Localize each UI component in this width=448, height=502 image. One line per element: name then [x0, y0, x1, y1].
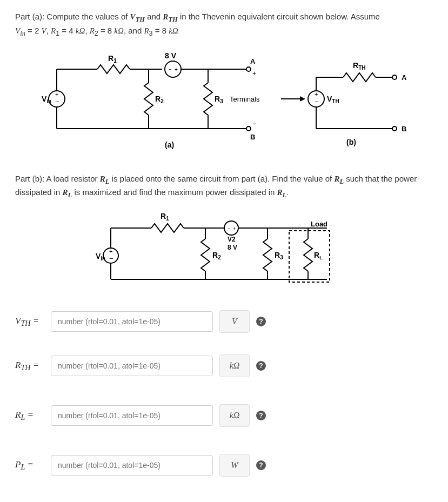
- svg-text:A: A: [402, 73, 407, 82]
- svg-text:+: +: [252, 70, 256, 77]
- v8-label: 8 V: [165, 51, 177, 60]
- fig-b-label: (b): [346, 138, 356, 146]
- load-label: Load: [311, 220, 327, 228]
- text: Part (a): Compute the values of: [15, 12, 130, 21]
- rth-answer-label: RTH =: [15, 358, 44, 374]
- rl-answer-label: RL =: [15, 408, 44, 424]
- terminals-label: Terminals: [230, 95, 260, 103]
- svg-text:−: −: [315, 98, 319, 106]
- svg-text:+: +: [175, 66, 178, 72]
- svg-text:−: −: [109, 255, 113, 263]
- rl-b-label: RL: [314, 251, 323, 260]
- r1-b-label: R1: [161, 212, 169, 222]
- v2-label: V2: [228, 236, 236, 243]
- r1-label: R1: [108, 54, 117, 64]
- part-b-text: Part (b): A load resistor RL is placed o…: [15, 173, 433, 201]
- help-icon[interactable]: ?: [256, 460, 266, 470]
- given-values: Vin = 2 V, R1 = 4 kΩ, R2 = 8 kΩ, and R3 …: [15, 26, 178, 35]
- vth-label: VTH: [327, 95, 339, 104]
- text: and: [147, 12, 163, 21]
- svg-text:−: −: [169, 66, 172, 72]
- vin-label: Vin: [42, 95, 51, 104]
- r2-b-label: R2: [212, 251, 221, 260]
- rth-answer-row: RTH = kΩ ?: [15, 354, 433, 377]
- diagram-b-container: + − Vin R1 R2 V2 8 V − + R3 RL Load: [15, 209, 433, 293]
- vth-symbol: VTH: [130, 12, 145, 21]
- terminal-b: B: [250, 133, 255, 141]
- svg-text:−: −: [252, 120, 256, 128]
- rth-symbol: RTH: [163, 12, 177, 21]
- r2-label: R2: [155, 95, 164, 104]
- part-a-text: Part (a): Compute the values of VTH and …: [15, 11, 433, 39]
- rth-label: RTH: [353, 61, 365, 71]
- vth-input[interactable]: [51, 311, 213, 332]
- svg-text:−: −: [55, 98, 59, 106]
- svg-text:+: +: [315, 91, 318, 97]
- svg-text:B: B: [402, 125, 406, 133]
- rth-unit: kΩ: [219, 354, 250, 377]
- rl-unit: kΩ: [219, 404, 250, 427]
- svg-point-15: [246, 126, 251, 131]
- svg-point-26: [392, 126, 397, 131]
- r3-b-label: R3: [275, 251, 283, 260]
- help-icon[interactable]: ?: [256, 317, 266, 326]
- terminal-a: A: [250, 57, 256, 65]
- rl-answer-row: RL = kΩ ?: [15, 404, 433, 427]
- r3-label: R3: [215, 95, 223, 104]
- svg-marker-17: [300, 96, 305, 102]
- diagram-a-svg: + − Vin R1 R2 8 V − + R3 Terminals A + B…: [35, 48, 413, 156]
- pl-answer-label: PL =: [15, 458, 44, 473]
- help-icon[interactable]: ?: [256, 361, 266, 371]
- svg-text:+: +: [233, 226, 236, 231]
- svg-point-24: [392, 75, 397, 79]
- diagram-a-container: + − Vin R1 R2 8 V − + R3 Terminals A + B…: [15, 48, 433, 156]
- v8-b-label: 8 V: [228, 244, 237, 251]
- pl-unit: W: [219, 454, 250, 477]
- text: in the Thevenin equivalent circuit shown…: [180, 12, 380, 21]
- svg-text:+: +: [55, 91, 58, 97]
- vth-answer-label: VTH =: [15, 314, 44, 330]
- svg-text:−: −: [228, 226, 230, 231]
- svg-text:+: +: [109, 248, 112, 255]
- vth-unit: V: [219, 310, 250, 333]
- svg-rect-49: [289, 231, 330, 282]
- fig-a-label: (a): [165, 140, 174, 149]
- svg-point-13: [246, 67, 251, 71]
- svg-point-45: [224, 221, 238, 235]
- pl-answer-row: PL = W ?: [15, 454, 433, 477]
- diagram-b-svg: + − Vin R1 R2 V2 8 V − + R3 RL Load: [95, 209, 354, 293]
- rl-input[interactable]: [51, 405, 213, 426]
- pl-input[interactable]: [51, 455, 213, 476]
- rth-input[interactable]: [51, 356, 213, 376]
- svg-point-8: [165, 61, 181, 77]
- vth-answer-row: VTH = V ?: [15, 310, 433, 333]
- help-icon[interactable]: ?: [256, 411, 266, 420]
